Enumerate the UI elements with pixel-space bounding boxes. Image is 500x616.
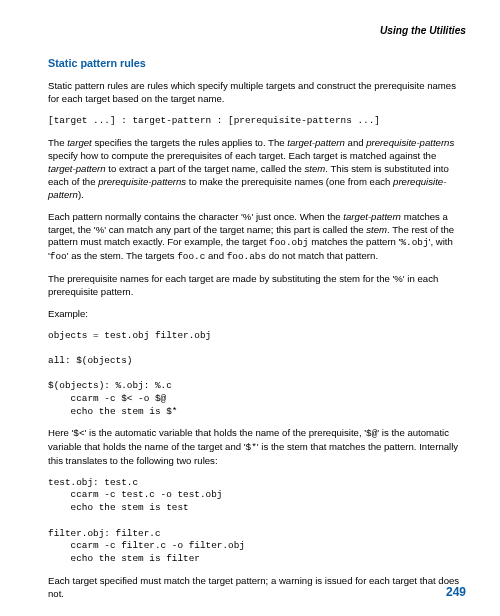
text: ). (78, 189, 84, 200)
text: matches the pattern ' (309, 236, 401, 247)
paragraph: Static pattern rules are rules which spe… (48, 80, 466, 106)
text: do not match that pattern. (266, 250, 378, 261)
em: target-pattern (48, 163, 106, 174)
code-inline: $< (73, 428, 84, 439)
text: specifies the targets the rules applies … (92, 137, 288, 148)
code-inline: foo (50, 251, 67, 262)
code-inline: foo.obj (269, 237, 308, 248)
page-number: 249 (446, 584, 466, 600)
text: Each pattern normally contains the chara… (48, 211, 343, 222)
text: to extract a part of the target name, ca… (106, 163, 305, 174)
text: to make the prerequisite names (one from… (186, 176, 393, 187)
code-block: test.obj: test.c ccarm -c test.c -o test… (48, 477, 466, 566)
code-inline: foo.abs (227, 251, 266, 262)
code-block: [target ...] : target-pattern : [prerequ… (48, 115, 466, 128)
paragraph: The prerequisite names for each target a… (48, 273, 466, 299)
code-inline: foo.c (177, 251, 205, 262)
text: ' is the automatic variable that holds t… (85, 427, 367, 438)
running-header: Using the Utilities (48, 24, 466, 38)
text: and (345, 137, 366, 148)
paragraph: The target specifies the targets the rul… (48, 137, 466, 202)
em: stem (305, 163, 326, 174)
em: target (67, 137, 92, 148)
em: target-pattern (343, 211, 401, 222)
code-inline: %.obj (400, 237, 428, 248)
paragraph: Each pattern normally contains the chara… (48, 211, 466, 264)
page-content: Using the Utilities Static pattern rules… (0, 0, 500, 600)
text: ' as the stem. The targets (67, 250, 177, 261)
paragraph: Each target specified must match the tar… (48, 575, 466, 601)
paragraph: Here '$<' is the automatic variable that… (48, 427, 466, 467)
code-block: objects = test.obj filter.obj all: $(obj… (48, 330, 466, 419)
em: stem (366, 224, 387, 235)
example-label: Example: (48, 308, 466, 321)
text: Here ' (48, 427, 73, 438)
em: prerequisite-patterns (366, 137, 454, 148)
text: specify how to compute the prerequisites… (48, 150, 436, 161)
code-inline: $* (246, 442, 257, 453)
text: and (205, 250, 226, 261)
code-inline: $@ (366, 428, 377, 439)
em: prerequisite-patterns (98, 176, 186, 187)
section-title: Static pattern rules (48, 56, 466, 71)
em: target-pattern (287, 137, 345, 148)
text: The (48, 137, 67, 148)
